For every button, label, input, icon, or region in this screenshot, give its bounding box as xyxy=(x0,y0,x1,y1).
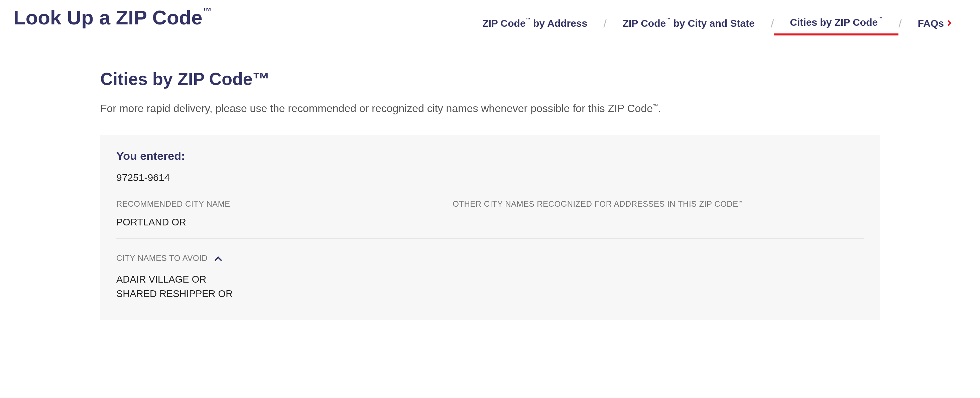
page-title: Look Up a ZIP Code™ xyxy=(13,7,212,29)
page-title-text: Look Up a ZIP Code xyxy=(13,6,202,29)
avoid-item: ADAIR VILLAGE OR xyxy=(116,272,864,287)
tab-label: ZIP Code xyxy=(482,18,525,29)
tab-label-suffix: by City and State xyxy=(670,18,755,29)
trademark-icon: ™ xyxy=(738,200,743,205)
other-names-header-text: OTHER CITY NAMES RECOGNIZED FOR ADDRESSE… xyxy=(453,199,738,209)
avoid-item: SHARED RESHIPPER OR xyxy=(116,287,864,301)
chevron-up-icon xyxy=(215,256,222,264)
recommended-header: RECOMMENDED CITY NAME xyxy=(116,199,453,209)
main-content: Cities by ZIP Code™ For more rapid deliv… xyxy=(0,35,980,340)
avoid-header-text: CITY NAMES TO AVOID xyxy=(116,253,208,263)
tab-label-suffix: by Address xyxy=(530,18,588,29)
tab-zip-by-city-state[interactable]: ZIP Code™ by City and State xyxy=(607,18,771,35)
trademark-icon: ™ xyxy=(666,17,670,22)
trademark-icon: ™ xyxy=(653,103,658,109)
other-names-header: OTHER CITY NAMES RECOGNIZED FOR ADDRESSE… xyxy=(453,199,864,209)
chevron-right-icon xyxy=(946,21,951,26)
tab-separator: / xyxy=(899,17,902,35)
section-description: For more rapid delivery, please use the … xyxy=(100,101,880,116)
tab-label: ZIP Code xyxy=(623,18,666,29)
avoid-list: ADAIR VILLAGE OR SHARED RESHIPPER OR xyxy=(116,272,864,301)
tab-zip-by-address[interactable]: ZIP Code™ by Address xyxy=(466,18,603,35)
tab-label: FAQs xyxy=(918,18,944,29)
tab-label: Cities by ZIP Code xyxy=(790,17,878,28)
tab-cities-by-zip[interactable]: Cities by ZIP Code™ xyxy=(774,17,899,35)
description-suffix: . xyxy=(658,102,661,115)
tab-nav: ZIP Code™ by Address / ZIP Code™ by City… xyxy=(466,17,967,35)
result-panel: You entered: 97251-9614 RECOMMENDED CITY… xyxy=(100,135,880,320)
entered-label: You entered: xyxy=(116,150,864,162)
avoid-toggle[interactable]: CITY NAMES TO AVOID xyxy=(116,253,864,263)
result-columns: RECOMMENDED CITY NAME PORTLAND OR OTHER … xyxy=(116,199,864,239)
other-names-column: OTHER CITY NAMES RECOGNIZED FOR ADDRESSE… xyxy=(453,199,864,228)
trademark-icon: ™ xyxy=(878,16,882,21)
tab-separator: / xyxy=(603,17,606,35)
trademark-icon: ™ xyxy=(202,6,212,16)
tab-faqs[interactable]: FAQs xyxy=(902,18,967,35)
description-text: For more rapid delivery, please use the … xyxy=(100,102,653,115)
recommended-column: RECOMMENDED CITY NAME PORTLAND OR xyxy=(116,199,453,228)
trademark-icon: ™ xyxy=(526,17,530,22)
entered-value: 97251-9614 xyxy=(116,172,864,183)
recommended-value: PORTLAND OR xyxy=(116,217,453,228)
section-title: Cities by ZIP Code™ xyxy=(100,69,880,89)
tab-separator: / xyxy=(771,17,774,35)
